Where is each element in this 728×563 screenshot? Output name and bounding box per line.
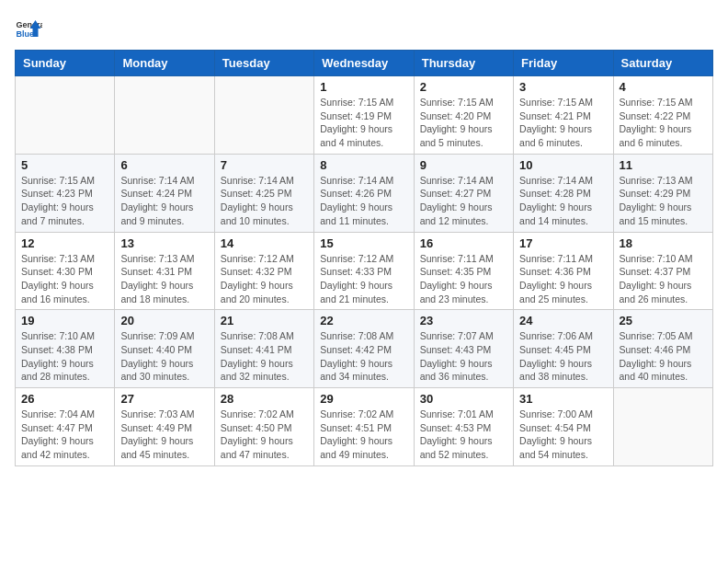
day-number: 23 — [420, 314, 507, 327]
day-cell-7: 7Sunrise: 7:14 AM Sunset: 4:25 PM Daylig… — [214, 154, 313, 232]
day-number: 22 — [320, 314, 407, 327]
day-cell-10: 10Sunrise: 7:14 AM Sunset: 4:28 PM Dayli… — [514, 154, 613, 232]
day-cell-13: 13Sunrise: 7:13 AM Sunset: 4:31 PM Dayli… — [115, 232, 214, 310]
day-cell-2: 2Sunrise: 7:15 AM Sunset: 4:20 PM Daylig… — [414, 76, 513, 155]
day-number: 3 — [519, 80, 607, 94]
day-info: Sunrise: 7:13 AM Sunset: 4:31 PM Dayligh… — [120, 252, 208, 306]
day-number: 21 — [221, 314, 308, 327]
day-number: 10 — [519, 158, 607, 172]
weekday-header-saturday: Saturday — [613, 51, 712, 76]
day-info: Sunrise: 7:11 AM Sunset: 4:36 PM Dayligh… — [519, 252, 607, 306]
day-info: Sunrise: 7:01 AM Sunset: 4:53 PM Dayligh… — [420, 408, 507, 462]
day-number: 28 — [221, 392, 308, 406]
day-info: Sunrise: 7:12 AM Sunset: 4:32 PM Dayligh… — [221, 252, 308, 306]
weekday-header-sunday: Sunday — [16, 51, 115, 76]
day-number: 12 — [21, 236, 108, 250]
day-number: 30 — [420, 392, 507, 406]
day-cell-15: 15Sunrise: 7:12 AM Sunset: 4:33 PM Dayli… — [314, 232, 414, 310]
weekday-header-monday: Monday — [115, 51, 214, 76]
day-info: Sunrise: 7:10 AM Sunset: 4:38 PM Dayligh… — [21, 329, 108, 384]
day-number: 19 — [21, 314, 108, 327]
calendar-table: SundayMondayTuesdayWednesdayThursdayFrid… — [15, 50, 713, 466]
day-number: 15 — [320, 236, 407, 250]
day-info: Sunrise: 7:14 AM Sunset: 4:25 PM Dayligh… — [221, 174, 308, 228]
day-number: 26 — [21, 392, 108, 406]
day-number: 25 — [620, 314, 707, 327]
day-cell-11: 11Sunrise: 7:13 AM Sunset: 4:29 PM Dayli… — [613, 154, 712, 232]
day-info: Sunrise: 7:11 AM Sunset: 4:35 PM Dayligh… — [420, 252, 507, 306]
page-header: General Blue — [15, 15, 713, 42]
day-info: Sunrise: 7:06 AM Sunset: 4:45 PM Dayligh… — [519, 329, 607, 384]
day-cell-28: 28Sunrise: 7:02 AM Sunset: 4:50 PM Dayli… — [214, 388, 313, 466]
day-info: Sunrise: 7:07 AM Sunset: 4:43 PM Dayligh… — [420, 329, 507, 384]
weekday-header-thursday: Thursday — [414, 51, 513, 76]
day-cell-22: 22Sunrise: 7:08 AM Sunset: 4:42 PM Dayli… — [314, 310, 414, 388]
day-cell-14: 14Sunrise: 7:12 AM Sunset: 4:32 PM Dayli… — [214, 232, 313, 310]
weekday-header-wednesday: Wednesday — [314, 51, 414, 76]
day-number: 29 — [320, 392, 407, 406]
day-cell-18: 18Sunrise: 7:10 AM Sunset: 4:37 PM Dayli… — [613, 232, 712, 310]
day-cell-5: 5Sunrise: 7:15 AM Sunset: 4:23 PM Daylig… — [16, 154, 115, 232]
day-cell-17: 17Sunrise: 7:11 AM Sunset: 4:36 PM Dayli… — [514, 232, 613, 310]
day-info: Sunrise: 7:00 AM Sunset: 4:54 PM Dayligh… — [519, 408, 607, 462]
empty-cell — [16, 76, 115, 155]
logo-icon: General Blue — [15, 15, 42, 42]
week-row-3: 12Sunrise: 7:13 AM Sunset: 4:30 PM Dayli… — [16, 232, 713, 310]
day-cell-24: 24Sunrise: 7:06 AM Sunset: 4:45 PM Dayli… — [514, 310, 613, 388]
day-number: 13 — [120, 236, 208, 250]
day-info: Sunrise: 7:15 AM Sunset: 4:23 PM Dayligh… — [21, 174, 108, 228]
weekday-header-friday: Friday — [514, 51, 613, 76]
day-info: Sunrise: 7:02 AM Sunset: 4:51 PM Dayligh… — [320, 408, 407, 462]
day-cell-6: 6Sunrise: 7:14 AM Sunset: 4:24 PM Daylig… — [115, 154, 214, 232]
day-info: Sunrise: 7:15 AM Sunset: 4:19 PM Dayligh… — [320, 96, 407, 150]
day-cell-21: 21Sunrise: 7:08 AM Sunset: 4:41 PM Dayli… — [214, 310, 313, 388]
day-info: Sunrise: 7:12 AM Sunset: 4:33 PM Dayligh… — [320, 252, 407, 306]
day-number: 1 — [320, 80, 407, 94]
day-cell-29: 29Sunrise: 7:02 AM Sunset: 4:51 PM Dayli… — [314, 388, 414, 466]
day-number: 18 — [620, 236, 707, 250]
day-info: Sunrise: 7:13 AM Sunset: 4:30 PM Dayligh… — [21, 252, 108, 306]
day-info: Sunrise: 7:15 AM Sunset: 4:20 PM Dayligh… — [420, 96, 507, 150]
day-number: 9 — [420, 158, 507, 172]
logo: General Blue — [15, 15, 46, 42]
day-info: Sunrise: 7:08 AM Sunset: 4:42 PM Dayligh… — [320, 329, 407, 384]
weekday-header-row: SundayMondayTuesdayWednesdayThursdayFrid… — [16, 51, 713, 76]
day-cell-1: 1Sunrise: 7:15 AM Sunset: 4:19 PM Daylig… — [314, 76, 414, 155]
week-row-1: 1Sunrise: 7:15 AM Sunset: 4:19 PM Daylig… — [16, 76, 713, 155]
day-cell-8: 8Sunrise: 7:14 AM Sunset: 4:26 PM Daylig… — [314, 154, 414, 232]
day-number: 8 — [320, 158, 407, 172]
day-number: 20 — [120, 314, 208, 327]
day-number: 11 — [620, 158, 707, 172]
day-number: 17 — [519, 236, 607, 250]
week-row-4: 19Sunrise: 7:10 AM Sunset: 4:38 PM Dayli… — [16, 310, 713, 388]
day-number: 16 — [420, 236, 507, 250]
day-cell-23: 23Sunrise: 7:07 AM Sunset: 4:43 PM Dayli… — [414, 310, 513, 388]
day-info: Sunrise: 7:14 AM Sunset: 4:24 PM Dayligh… — [120, 174, 208, 228]
day-info: Sunrise: 7:09 AM Sunset: 4:40 PM Dayligh… — [120, 329, 208, 384]
day-cell-20: 20Sunrise: 7:09 AM Sunset: 4:40 PM Dayli… — [115, 310, 214, 388]
day-info: Sunrise: 7:15 AM Sunset: 4:22 PM Dayligh… — [620, 96, 707, 150]
day-number: 4 — [620, 80, 707, 94]
day-cell-9: 9Sunrise: 7:14 AM Sunset: 4:27 PM Daylig… — [414, 154, 513, 232]
day-info: Sunrise: 7:04 AM Sunset: 4:47 PM Dayligh… — [21, 408, 108, 462]
day-number: 27 — [120, 392, 208, 406]
day-info: Sunrise: 7:10 AM Sunset: 4:37 PM Dayligh… — [620, 252, 707, 306]
day-cell-4: 4Sunrise: 7:15 AM Sunset: 4:22 PM Daylig… — [613, 76, 712, 155]
week-row-2: 5Sunrise: 7:15 AM Sunset: 4:23 PM Daylig… — [16, 154, 713, 232]
day-number: 6 — [120, 158, 208, 172]
day-cell-3: 3Sunrise: 7:15 AM Sunset: 4:21 PM Daylig… — [514, 76, 613, 155]
day-cell-25: 25Sunrise: 7:05 AM Sunset: 4:46 PM Dayli… — [613, 310, 712, 388]
day-cell-16: 16Sunrise: 7:11 AM Sunset: 4:35 PM Dayli… — [414, 232, 513, 310]
day-info: Sunrise: 7:14 AM Sunset: 4:26 PM Dayligh… — [320, 174, 407, 228]
day-info: Sunrise: 7:14 AM Sunset: 4:28 PM Dayligh… — [519, 174, 607, 228]
day-info: Sunrise: 7:15 AM Sunset: 4:21 PM Dayligh… — [519, 96, 607, 150]
day-cell-27: 27Sunrise: 7:03 AM Sunset: 4:49 PM Dayli… — [115, 388, 214, 466]
day-cell-12: 12Sunrise: 7:13 AM Sunset: 4:30 PM Dayli… — [16, 232, 115, 310]
empty-cell — [115, 76, 214, 155]
day-info: Sunrise: 7:02 AM Sunset: 4:50 PM Dayligh… — [221, 408, 308, 462]
day-info: Sunrise: 7:05 AM Sunset: 4:46 PM Dayligh… — [620, 329, 707, 384]
day-number: 24 — [519, 314, 607, 327]
day-cell-31: 31Sunrise: 7:00 AM Sunset: 4:54 PM Dayli… — [514, 388, 613, 466]
day-info: Sunrise: 7:03 AM Sunset: 4:49 PM Dayligh… — [120, 408, 208, 462]
week-row-5: 26Sunrise: 7:04 AM Sunset: 4:47 PM Dayli… — [16, 388, 713, 466]
